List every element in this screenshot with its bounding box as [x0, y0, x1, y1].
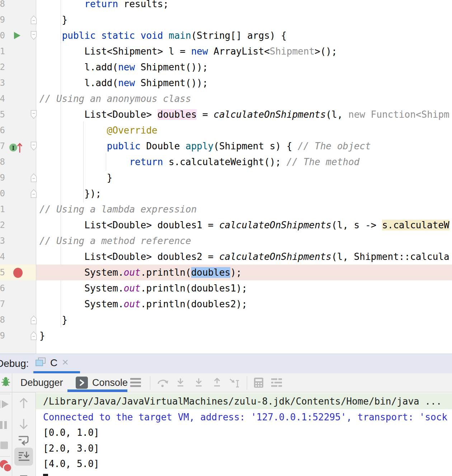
code-line[interactable]: 81// Using a lambda expression: [0, 201, 452, 217]
line-number: 74: [0, 91, 5, 107]
code-line[interactable]: 69 }: [0, 12, 452, 28]
line-number: 87: [0, 296, 5, 312]
line-number: 83: [0, 233, 5, 249]
up-stack-icon[interactable]: [18, 397, 29, 411]
code-text: @Override: [36, 122, 452, 138]
code-text: List<Double> doubles2 = calculateOnShipm…: [36, 249, 452, 265]
line-number: 76: [0, 122, 5, 138]
code-text: }: [36, 328, 452, 344]
console-icon[interactable]: [76, 377, 88, 390]
session-tab-label: C: [50, 357, 57, 369]
line-number: 75: [0, 107, 5, 122]
code-line[interactable]: 89}: [0, 328, 452, 344]
code-text: // Using a method reference: [36, 233, 452, 249]
down-stack-icon[interactable]: [18, 417, 29, 432]
line-number: 78: [0, 154, 5, 170]
tab-debugger[interactable]: Debugger: [20, 377, 63, 388]
tab-console[interactable]: Console: [92, 377, 128, 388]
code-line[interactable]: 86 System.out.println(doubles1);: [0, 280, 452, 296]
layout-settings-icon[interactable]: [271, 378, 282, 389]
scroll-to-end-icon[interactable]: [18, 450, 30, 465]
console-next-line-partial: [43, 474, 48, 476]
code-line[interactable]: 85 System.out.println(doubles);: [0, 265, 452, 280]
code-text: }: [36, 12, 452, 28]
toolbar-separator: [150, 376, 150, 390]
stop-icon[interactable]: [0, 441, 9, 452]
code-text: return results;: [36, 0, 452, 12]
code-text: // Using an anonymous class: [36, 91, 452, 107]
code-line[interactable]: 70 public static void main(String[] args…: [0, 28, 452, 43]
line-number: 85: [0, 265, 5, 280]
menu-icon[interactable]: [130, 378, 142, 389]
code-line[interactable]: 73 l.add(new Shipment());: [0, 75, 452, 91]
console-line: [0.0, 1.0]: [43, 425, 99, 440]
code-line[interactable]: 88 }: [0, 312, 452, 328]
code-text: // Using a lambda expression: [36, 201, 452, 217]
line-number: 69: [0, 12, 5, 28]
code-text: List<Double> doubles = calculateOnShipme…: [36, 107, 452, 122]
code-line[interactable]: 80 });: [0, 186, 452, 201]
code-line[interactable]: 84 List<Double> doubles2 = calculateOnSh…: [0, 249, 452, 265]
evaluate-expression-icon[interactable]: [253, 377, 264, 390]
console-frames-icon: [35, 357, 46, 369]
code-line[interactable]: 77I public Double apply(Shipment s) { //…: [0, 138, 452, 154]
line-number: 72: [0, 59, 5, 75]
close-icon[interactable]: [62, 359, 69, 367]
separator: [0, 394, 10, 394]
line-number: 86: [0, 280, 5, 296]
svg-text:I: I: [12, 144, 15, 151]
rerun-debug-bug-icon[interactable]: [0, 375, 11, 389]
implements-method-icon[interactable]: I: [9, 140, 23, 155]
console-line: [4.0, 5.0]: [43, 456, 99, 472]
line-number: 79: [0, 170, 5, 186]
code-line[interactable]: 71 List<Shipment> l = new ArrayList<Ship…: [0, 43, 452, 59]
code-line[interactable]: 75 List<Double> doubles = calculateOnShi…: [0, 107, 452, 122]
code-line[interactable]: 79 }: [0, 170, 452, 186]
debug-toolwindow-header: Debug: C: [0, 354, 452, 374]
separator: [0, 456, 10, 457]
console-line: [2.0, 3.0]: [43, 441, 99, 456]
resume-icon[interactable]: [0, 399, 9, 411]
code-text: });: [36, 186, 452, 201]
pause-icon[interactable]: [0, 420, 8, 431]
code-line[interactable]: 68 return results;: [0, 0, 452, 12]
step-out-icon[interactable]: [212, 377, 222, 389]
force-step-into-icon[interactable]: [193, 377, 204, 389]
debug-session-tab[interactable]: C: [35, 354, 69, 372]
code-text: System.out.println(doubles1);: [36, 280, 452, 296]
line-number: 73: [0, 75, 5, 91]
code-text: public Double apply(Shipment s) { // The…: [36, 138, 452, 154]
print-icon-partial[interactable]: [20, 473, 28, 476]
step-over-icon[interactable]: [157, 377, 168, 389]
line-number: 70: [0, 28, 5, 43]
code-line[interactable]: 74// Using an anonymous class: [0, 91, 452, 107]
view-breakpoints-icon[interactable]: [0, 459, 13, 475]
run-to-cursor-icon[interactable]: [229, 377, 241, 390]
line-number: 89: [0, 328, 5, 344]
code-line[interactable]: 72 l.add(new Shipment());: [0, 59, 452, 75]
line-number: 77: [0, 138, 5, 154]
breakpoint-icon[interactable]: [13, 267, 23, 280]
code-text: List<Shipment> l = new ArrayList<Shipmen…: [36, 43, 452, 59]
debug-panel-label: Debug:: [0, 358, 29, 369]
code-line[interactable]: 83// Using a method reference: [0, 233, 452, 249]
line-number: 88: [0, 312, 5, 328]
code-text: l.add(new Shipment());: [36, 75, 452, 91]
code-line[interactable]: 82 List<Double> doubles1 = calculateOnSh…: [0, 217, 452, 233]
console-output[interactable]: /Library/Java/JavaVirtualMachines/zulu-8…: [36, 392, 452, 476]
code-line[interactable]: 78 return s.calculateWeight(); // The me…: [0, 154, 452, 170]
code-text: }: [36, 170, 452, 186]
step-into-icon[interactable]: [175, 377, 186, 389]
soft-wrap-icon[interactable]: [18, 434, 30, 448]
run-main-icon[interactable]: [13, 31, 21, 41]
code-editor[interactable]: 68 return results;69 }70 public static v…: [0, 0, 452, 354]
line-number: 80: [0, 186, 5, 201]
code-text: System.out.println(doubles2);: [36, 296, 452, 312]
code-line[interactable]: 87 System.out.println(doubles2);: [0, 296, 452, 312]
code-text: System.out.println(doubles);: [36, 265, 452, 280]
code-text: return s.calculateWeight(); // The metho…: [36, 154, 452, 170]
console-line: Connected to the target VM, address: '12…: [43, 410, 447, 425]
code-line[interactable]: 76 @Override: [0, 122, 452, 138]
line-number: 81: [0, 201, 5, 217]
line-number: 68: [0, 0, 5, 12]
